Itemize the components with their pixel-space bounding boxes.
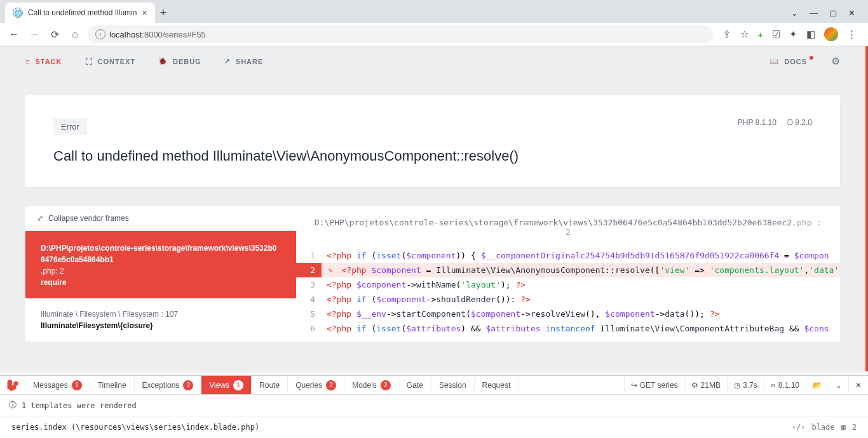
- plus-icon[interactable]: +: [757, 29, 763, 40]
- code-line: 3 <?php $component->withName('layout'); …: [296, 277, 840, 292]
- nav-debug[interactable]: 🐞DEBUG: [158, 57, 201, 65]
- book-icon: 📖: [770, 57, 779, 65]
- nav-stack[interactable]: ≡STACK: [25, 58, 62, 65]
- error-title: Call to undefined method Illuminate\View…: [53, 148, 812, 164]
- window-controls: ⌄ — ▢ ✕: [791, 8, 863, 18]
- notification-dot-icon: [810, 56, 813, 60]
- error-page: ≡STACK ⛶CONTEXT 🐞DEBUG ↗SHARE 📖DOCS ⚙ PH…: [0, 46, 868, 371]
- reload-button[interactable]: ⟳: [47, 27, 62, 42]
- gear-icon[interactable]: ⚙: [831, 55, 840, 67]
- error-badge: Error: [53, 118, 87, 135]
- nav-context[interactable]: ⛶CONTEXT: [85, 58, 136, 65]
- toolbar-icons: ⇪ ☆ + ☑ ✦ ◧ ⋮: [718, 27, 862, 41]
- url-text: localhost:8000/series#F55: [109, 30, 206, 39]
- tab-title: Call to undefined method Illumin: [28, 8, 137, 17]
- panel-icon[interactable]: ◧: [806, 29, 815, 40]
- code-panel: D:\PHP\projetos\controle-series\storage\…: [296, 206, 840, 342]
- address-bar: ← → ⟳ ⌂ i localhost:8000/series#F55 ⇪ ☆ …: [0, 23, 868, 46]
- maximize-icon[interactable]: ▢: [829, 8, 837, 18]
- code-line: 1 <?php if (isset($component)) { $__comp…: [296, 248, 840, 263]
- browser-chrome: 🌐 Call to undefined method Illumin × + ⌄…: [0, 0, 868, 46]
- laravel-version: ⎔ 9.2.0: [787, 118, 812, 127]
- menu-icon[interactable]: ⋮: [847, 29, 857, 40]
- close-window-icon[interactable]: ✕: [848, 8, 855, 18]
- code-line: 5 <?php $__env->startComponent($componen…: [296, 307, 840, 321]
- share-nav-icon: ↗: [224, 57, 231, 65]
- extension-icon[interactable]: ✦: [789, 29, 797, 40]
- close-icon[interactable]: ×: [142, 8, 147, 18]
- tab-strip: 🌐 Call to undefined method Illumin × + ⌄…: [0, 0, 868, 23]
- home-button[interactable]: ⌂: [67, 27, 83, 42]
- php-version: PHP 8.1.10: [738, 118, 776, 127]
- bookmark-icon[interactable]: ☆: [740, 29, 749, 40]
- globe-icon: 🌐: [13, 8, 23, 18]
- minimize-icon[interactable]: —: [810, 8, 818, 18]
- code-line-highlighted: 2✎ <?php $component = Illuminate\View\An…: [296, 263, 840, 277]
- filepath: D:\PHP\projetos\controle-series\storage\…: [296, 206, 840, 248]
- error-card: PHP 8.1.10 ⎔ 9.2.0 Error Call to undefin…: [25, 95, 840, 187]
- frame-item-active[interactable]: D:\PHP\projetos\controle-series\storage\…: [25, 231, 296, 298]
- avatar[interactable]: [824, 27, 838, 41]
- forward-button[interactable]: →: [27, 27, 42, 42]
- browser-tab[interactable]: 🌐 Call to undefined method Illumin ×: [5, 3, 155, 23]
- code-line: 4 <?php if ($component->shouldRender()):…: [296, 292, 840, 307]
- info-icon[interactable]: i: [95, 29, 105, 39]
- back-button[interactable]: ←: [6, 27, 22, 42]
- chevron-down-icon[interactable]: ⌄: [791, 8, 798, 18]
- frame-item[interactable]: Illuminate \ Filesystem \ Filesystem : 1…: [25, 298, 296, 342]
- frames-container: ⤢ Collapse vendor frames D:\PHP\projetos…: [25, 206, 840, 342]
- nav-share[interactable]: ↗SHARE: [224, 57, 264, 65]
- code-line: 6 <?php if (isset($attributes) && $attri…: [296, 321, 840, 336]
- code-area: 1 <?php if (isset($component)) { $__comp…: [296, 248, 840, 336]
- edit-icon[interactable]: ✎: [326, 265, 336, 275]
- stack-icon: ≡: [25, 58, 30, 65]
- laravel-icon: ⎔: [787, 118, 793, 127]
- collapse-frames-button[interactable]: ⤢ Collapse vendor frames: [25, 206, 296, 231]
- nav-docs[interactable]: 📖DOCS: [770, 57, 816, 65]
- page-nav: ≡STACK ⛶CONTEXT 🐞DEBUG ↗SHARE 📖DOCS ⚙: [0, 46, 865, 76]
- frames-list: ⤢ Collapse vendor frames D:\PHP\projetos…: [25, 206, 296, 342]
- url-input[interactable]: i localhost:8000/series#F55: [88, 25, 713, 43]
- new-tab-button[interactable]: +: [160, 6, 167, 20]
- bug-icon: 🐞: [158, 57, 168, 65]
- checkbox-icon[interactable]: ☑: [772, 29, 780, 40]
- context-icon: ⛶: [85, 58, 93, 65]
- collapse-icon: ⤢: [37, 214, 43, 223]
- share-icon[interactable]: ⇪: [723, 29, 731, 40]
- version-meta: PHP 8.1.10 ⎔ 9.2.0: [738, 118, 812, 127]
